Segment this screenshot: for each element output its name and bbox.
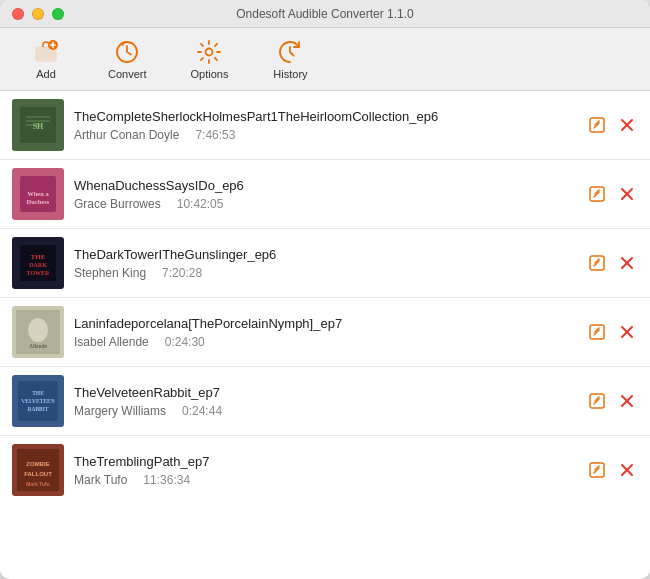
book-row: THEDARKTOWER TheDarkTowerITheGunslinger_… <box>0 229 650 298</box>
edit-button[interactable] <box>586 321 608 343</box>
book-duration: 0:24:30 <box>165 335 205 349</box>
edit-button[interactable] <box>586 390 608 412</box>
book-actions <box>586 99 638 151</box>
add-label: Add <box>36 68 56 80</box>
book-actions <box>586 444 638 496</box>
svg-text:SH: SH <box>33 122 44 131</box>
history-label: History <box>273 68 307 80</box>
window-title: Ondesoft Audible Converter 1.1.0 <box>236 7 413 21</box>
book-row: Allende Laninfadeporcelana[ThePorcelainN… <box>0 298 650 367</box>
book-actions <box>586 375 638 427</box>
book-duration: 10:42:05 <box>177 197 224 211</box>
book-cover: THEVELVETEENRABBIT <box>12 375 64 427</box>
svg-point-5 <box>206 49 213 56</box>
book-author: Arthur Conan Doyle <box>74 128 179 142</box>
maximize-button[interactable] <box>52 8 64 20</box>
edit-button[interactable] <box>586 114 608 136</box>
book-row: SH TheCompleteSherlockHolmesPart1TheHeir… <box>0 91 650 160</box>
book-cover: ZOMBIEFALLOUTMark Tufo <box>12 444 64 496</box>
book-title: Laninfadeporcelana[ThePorcelainNymph]_ep… <box>74 316 576 331</box>
options-label: Options <box>191 68 229 80</box>
book-author: Isabel Allende <box>74 335 149 349</box>
delete-button[interactable] <box>616 321 638 343</box>
app-window: Ondesoft Audible Converter 1.1.0 Add <box>0 0 650 579</box>
book-duration: 0:24:44 <box>182 404 222 418</box>
svg-point-32 <box>28 318 48 342</box>
delete-button[interactable] <box>616 459 638 481</box>
book-info: Laninfadeporcelana[ThePorcelainNymph]_ep… <box>74 306 576 358</box>
svg-text:RABBIT: RABBIT <box>27 406 48 412</box>
svg-text:Mark Tufo: Mark Tufo <box>26 481 50 487</box>
delete-button[interactable] <box>616 390 638 412</box>
svg-text:VELVETEEN: VELVETEEN <box>21 398 54 404</box>
book-info: TheVelveteenRabbit_ep7 Margery Williams … <box>74 375 576 427</box>
book-meta: Stephen King 7:20:28 <box>74 266 576 280</box>
window-controls <box>12 8 64 20</box>
book-cover: Allende <box>12 306 64 358</box>
book-info: TheDarkTowerITheGunslinger_ep6 Stephen K… <box>74 237 576 289</box>
close-button[interactable] <box>12 8 24 20</box>
book-row: THEVELVETEENRABBIT TheVelveteenRabbit_ep… <box>0 367 650 436</box>
book-cover: SH <box>12 99 64 151</box>
book-actions <box>586 306 638 358</box>
convert-icon <box>113 38 141 66</box>
book-title: TheTremblingPath_ep7 <box>74 454 576 469</box>
book-title: TheCompleteSherlockHolmesPart1TheHeirloo… <box>74 109 576 124</box>
book-info: WhenaDuchessSaysIDo_ep6 Grace Burrowes 1… <box>74 168 576 220</box>
book-duration: 7:46:53 <box>195 128 235 142</box>
book-meta: Isabel Allende 0:24:30 <box>74 335 576 349</box>
book-author: Margery Williams <box>74 404 166 418</box>
svg-text:TOWER: TOWER <box>27 270 51 276</box>
book-info: TheCompleteSherlockHolmesPart1TheHeirloo… <box>74 99 576 151</box>
book-cover: THEDARKTOWER <box>12 237 64 289</box>
history-button[interactable]: History <box>260 34 320 84</box>
book-meta: Mark Tufo 11:36:34 <box>74 473 576 487</box>
svg-text:When a: When a <box>27 190 49 197</box>
book-duration: 7:20:28 <box>162 266 202 280</box>
title-bar: Ondesoft Audible Converter 1.1.0 <box>0 0 650 28</box>
book-title: WhenaDuchessSaysIDo_ep6 <box>74 178 576 193</box>
svg-text:THE: THE <box>31 253 46 261</box>
add-button[interactable]: Add <box>16 34 76 84</box>
svg-text:FALLOUT: FALLOUT <box>24 471 52 477</box>
options-icon <box>195 38 223 66</box>
svg-text:Duchess: Duchess <box>27 198 50 205</box>
edit-button[interactable] <box>586 459 608 481</box>
book-author: Mark Tufo <box>74 473 127 487</box>
book-duration: 11:36:34 <box>143 473 190 487</box>
book-actions <box>586 237 638 289</box>
book-meta: Grace Burrowes 10:42:05 <box>74 197 576 211</box>
delete-button[interactable] <box>616 114 638 136</box>
book-meta: Arthur Conan Doyle 7:46:53 <box>74 128 576 142</box>
minimize-button[interactable] <box>32 8 44 20</box>
book-author: Stephen King <box>74 266 146 280</box>
book-list: SH TheCompleteSherlockHolmesPart1TheHeir… <box>0 91 650 579</box>
edit-button[interactable] <box>586 183 608 205</box>
delete-button[interactable] <box>616 252 638 274</box>
book-row: ZOMBIEFALLOUTMark Tufo TheTremblingPath_… <box>0 436 650 504</box>
edit-button[interactable] <box>586 252 608 274</box>
book-title: TheVelveteenRabbit_ep7 <box>74 385 576 400</box>
convert-button[interactable]: Convert <box>96 34 159 84</box>
book-info: TheTremblingPath_ep7 Mark Tufo 11:36:34 <box>74 444 576 496</box>
svg-text:Allende: Allende <box>29 343 48 349</box>
book-cover: When aDuchess <box>12 168 64 220</box>
convert-label: Convert <box>108 68 147 80</box>
book-author: Grace Burrowes <box>74 197 161 211</box>
history-icon <box>276 38 304 66</box>
book-actions <box>586 168 638 220</box>
book-row: When aDuchess WhenaDuchessSaysIDo_ep6 Gr… <box>0 160 650 229</box>
toolbar: Add Convert Options <box>0 28 650 91</box>
options-button[interactable]: Options <box>179 34 241 84</box>
svg-text:ZOMBIE: ZOMBIE <box>26 461 49 467</box>
book-title: TheDarkTowerITheGunslinger_ep6 <box>74 247 576 262</box>
svg-text:DARK: DARK <box>29 262 47 268</box>
book-meta: Margery Williams 0:24:44 <box>74 404 576 418</box>
svg-text:THE: THE <box>32 390 44 396</box>
add-icon <box>32 38 60 66</box>
delete-button[interactable] <box>616 183 638 205</box>
